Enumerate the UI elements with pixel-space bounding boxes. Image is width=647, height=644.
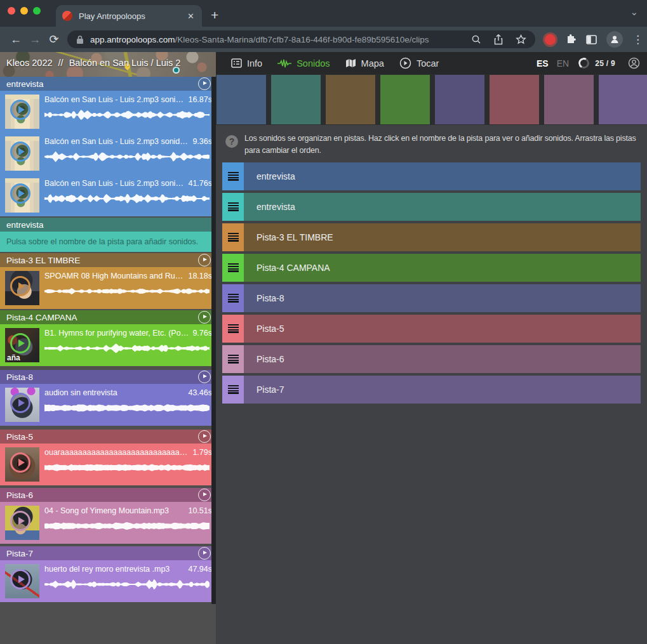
browser-menu-icon[interactable]: ⋮ [632,33,643,46]
clip-title: 04 - Song of Yimeng Mountain.mp3 [44,506,184,515]
sidebar-scrollbar[interactable] [211,74,216,604]
track-square-2[interactable] [271,75,321,124]
loading-spinner-icon [577,56,590,70]
tab-title: Play Antropoloops [79,11,186,21]
sidebar-track-section: entrevistaPulsa sobre el nombre de la pi… [0,218,216,252]
sidebar-track-header[interactable]: entrevista [0,218,216,232]
audio-clip[interactable]: huerto del rey moro entrevista .mp347.94… [0,560,216,602]
tab-list-chevron-icon[interactable]: ⌄ [630,6,638,18]
tab-close-icon[interactable]: ✕ [186,11,196,21]
sidebar-track-header[interactable]: entrevista [0,77,216,91]
share-icon[interactable] [493,34,504,45]
track-row[interactable]: Pista-7 [222,376,641,404]
track-square-1[interactable] [217,75,266,124]
browser-tab[interactable]: Play Antropoloops ✕ [56,5,202,27]
track-play-button[interactable] [198,311,211,324]
clip-play-icon[interactable] [10,511,30,531]
clip-play-icon[interactable] [10,183,30,204]
url-text: app.antropoloops.com/Kleos-Santa-Marina/… [90,35,465,44]
drag-handle[interactable] [222,254,244,282]
maximize-window-button[interactable] [33,7,41,15]
profile-avatar[interactable] [606,31,623,48]
load-counter: 25 / 9 [595,59,615,68]
nav-info[interactable]: Info [231,58,262,69]
lang-en[interactable]: EN [557,58,569,69]
browser-toolbar: ← → ⟳ app.antropoloops.com/Kleos-Santa-M… [0,27,647,52]
audio-clip[interactable]: añaB1. Hymns for purifying water, Etc. (… [0,324,216,366]
audio-clip[interactable]: Balcón en San Luis - Luis 2.mp3 sonido h… [0,91,216,133]
drag-handle[interactable] [222,162,244,190]
sidebar-track-section: Pista-604 - Song of Yimeng Mountain.mp31… [0,488,216,544]
track-name: Pista-3 EL TIMBRE [6,256,198,265]
side-panel-icon[interactable] [586,35,597,44]
audio-clip[interactable]: audion sin entrevista43.46s [0,384,216,426]
clip-thumbnail: aña [5,328,39,362]
new-tab-button[interactable]: + [211,8,218,22]
extensions-puzzle-icon[interactable] [565,34,577,45]
track-row[interactable]: entrevista [222,193,641,221]
audio-clip[interactable]: Balcón en San Luis - Luis 2.mp3 sonido h… [0,133,216,174]
sidebar-track-header[interactable]: Pista-3 EL TIMBRE [0,253,216,267]
record-extension-icon[interactable] [545,34,556,45]
sidebar-track-header[interactable]: Pista-4 CAMPANA [0,310,216,324]
clip-play-icon[interactable] [10,452,30,473]
clip-play-icon[interactable] [10,276,30,296]
drag-handle[interactable] [222,315,244,343]
drag-handle[interactable] [222,193,244,221]
track-play-button[interactable] [198,430,211,443]
track-square-3[interactable] [326,75,375,124]
drag-handle[interactable] [222,345,244,373]
zoom-icon[interactable] [471,34,481,44]
reload-button[interactable]: ⟳ [44,32,63,46]
nav-sonidos[interactable]: Sonidos [277,58,330,69]
clip-play-icon[interactable] [10,569,30,589]
track-row[interactable]: Pista-8 [222,284,641,312]
audio-clip[interactable]: ouaraaaaaaaaaaaaaaaaaaaaaaaaaaaaaaaaa...… [0,444,216,485]
sidebar-track-header[interactable]: Pista-5 [0,430,216,444]
address-bar[interactable]: app.antropoloops.com/Kleos-Santa-Marina/… [67,30,535,48]
sidebar-track-header[interactable]: Pista-7 [0,546,216,560]
nav-mapa[interactable]: Mapa [345,58,384,69]
track-play-button[interactable] [198,77,211,90]
track-square-7[interactable] [544,75,594,124]
track-row[interactable]: Pista-5 [222,315,641,343]
clip-play-icon[interactable] [10,141,30,162]
track-square-5[interactable] [435,75,484,124]
track-square-6[interactable] [490,75,539,124]
close-window-button[interactable] [8,7,15,15]
clip-waveform [44,149,211,164]
track-play-button[interactable] [198,547,211,560]
sidebar-track-header[interactable]: Pista-6 [0,488,216,502]
track-square-8[interactable] [599,75,647,124]
nav-tocar[interactable]: Tocar [399,57,439,69]
clip-thumbnail [5,136,39,171]
bookmark-star-icon[interactable] [516,34,526,44]
clip-play-icon[interactable] [10,393,30,413]
clip-play-icon[interactable] [10,100,30,120]
hint-text: Los sonidos se organizan en pistas. Haz … [244,133,639,162]
track-square-4[interactable] [380,75,430,124]
forward-button[interactable]: → [25,33,44,46]
clip-thumbnail [5,506,39,540]
audio-clip[interactable]: Balcón en San Luis - Luis 2.mp3 sonido h… [0,174,216,216]
track-row[interactable]: Pista-6 [222,345,641,373]
audio-clip[interactable]: SPOAMR 08 High Mountains and Running ...… [0,267,216,309]
track-play-button[interactable] [198,489,211,501]
user-account-icon[interactable] [628,57,640,69]
drag-handle[interactable] [222,376,244,404]
audio-clip[interactable]: 04 - Song of Yimeng Mountain.mp310.51s [0,502,216,544]
drag-handle[interactable] [222,284,244,312]
drag-handle[interactable] [222,223,244,251]
track-row[interactable]: entrevista [222,162,641,190]
sidebar-track-header[interactable]: Pista-8 [0,370,216,384]
track-play-button[interactable] [198,254,211,266]
clip-play-icon[interactable] [10,333,30,353]
track-play-button[interactable] [198,371,211,383]
back-button[interactable]: ← [6,33,25,46]
track-row[interactable]: Pista-3 EL TIMBRE [222,223,641,251]
lang-es[interactable]: ES [537,58,549,69]
breadcrumb-project[interactable]: Kleos 2022 [6,58,53,68]
antropoloops-favicon-icon [62,11,72,21]
track-row[interactable]: Pista-4 CAMPANA [222,254,641,282]
minimize-window-button[interactable] [20,7,28,15]
